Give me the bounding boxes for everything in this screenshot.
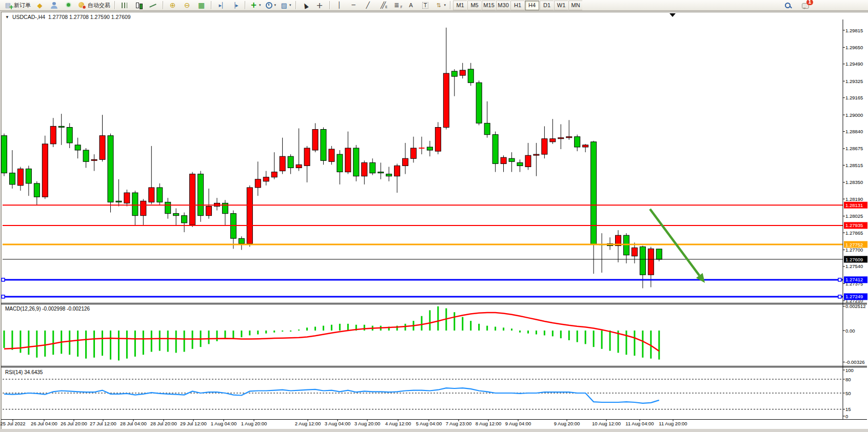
svg-text:1.29650: 1.29650 (845, 45, 863, 50)
svg-text:1.29490: 1.29490 (845, 61, 863, 67)
svg-text:1.27865: 1.27865 (845, 230, 863, 236)
svg-text:2 Aug 12:00: 2 Aug 12:00 (295, 421, 321, 426)
svg-text:1.29815: 1.29815 (845, 28, 863, 33)
svg-text:0.00: 0.00 (845, 328, 855, 334)
svg-text:11 Aug 20:00: 11 Aug 20:00 (659, 421, 687, 426)
price-label-1.27752: 1.27752 (844, 241, 867, 248)
svg-text:1.28131: 1.28131 (845, 202, 863, 208)
svg-text:4 Aug 12:00: 4 Aug 12:00 (385, 421, 411, 426)
chart-canvas[interactable]: 1.298151.296501.294901.293251.291651.290… (0, 0, 868, 432)
svg-text:RSI(14) 34.6435: RSI(14) 34.6435 (5, 369, 43, 375)
price-label-1.28131: 1.28131 (844, 202, 867, 209)
svg-text:MACD(12,26,9) -0.002998 -0.002: MACD(12,26,9) -0.002998 -0.002126 (5, 306, 90, 312)
svg-text:1.29165: 1.29165 (845, 95, 863, 100)
svg-text:1.27609: 1.27609 (845, 257, 863, 262)
svg-text:1.28840: 1.28840 (845, 129, 863, 134)
svg-text:1 Aug 20:00: 1 Aug 20:00 (241, 421, 267, 426)
svg-text:26 Jul 04:00: 26 Jul 04:00 (31, 421, 57, 426)
svg-text:1.27935: 1.27935 (845, 222, 863, 228)
svg-text:1.28515: 1.28515 (845, 162, 863, 168)
svg-text:0: 0 (845, 414, 848, 419)
symbol-period-label: USDCAD-,H4 (12, 14, 45, 20)
chart-frame (1, 19, 867, 420)
svg-text:3 Aug 20:00: 3 Aug 20:00 (354, 421, 381, 426)
svg-text:0.002512: 0.002512 (845, 303, 866, 309)
svg-text:1 Aug 04:00: 1 Aug 04:00 (211, 421, 237, 426)
hline-object-1.27249[interactable] (2, 295, 843, 298)
svg-text:1.27540: 1.27540 (845, 263, 863, 269)
svg-text:28 Jul 04:00: 28 Jul 04:00 (120, 421, 147, 426)
svg-text:9 Aug 04:00: 9 Aug 04:00 (505, 421, 531, 426)
svg-text:1.28675: 1.28675 (845, 146, 863, 151)
arrow-object[interactable] (650, 209, 705, 283)
hline-object-1.27412[interactable] (2, 278, 843, 281)
svg-text:9 Aug 20:00: 9 Aug 20:00 (554, 421, 580, 426)
svg-text:15: 15 (845, 406, 851, 412)
svg-text:11 Aug 04:00: 11 Aug 04:00 (625, 421, 654, 426)
svg-text:100: 100 (845, 367, 854, 373)
svg-text:8 Aug 12:00: 8 Aug 12:00 (476, 421, 502, 426)
price-label-1.27609: 1.27609 (844, 256, 867, 263)
svg-text:27 Jul 12:00: 27 Jul 12:00 (90, 421, 116, 426)
svg-text:28 Jul 20:00: 28 Jul 20:00 (150, 421, 177, 426)
svg-text:25 Jul 2022: 25 Jul 2022 (0, 421, 25, 426)
svg-text:1.28190: 1.28190 (845, 196, 863, 202)
svg-text:-0.00326: -0.00326 (845, 359, 865, 365)
time-axis[interactable]: 25 Jul 202226 Jul 04:0026 Jul 20:0027 Ju… (0, 419, 687, 426)
svg-text:5 Aug 04:00: 5 Aug 04:00 (416, 421, 442, 426)
svg-text:1.27249: 1.27249 (845, 294, 863, 299)
svg-text:1.29325: 1.29325 (845, 78, 863, 84)
svg-text:1.28025: 1.28025 (845, 213, 863, 219)
svg-text:29 Jul 12:00: 29 Jul 12:00 (180, 421, 207, 426)
svg-text:1.27752: 1.27752 (845, 242, 863, 248)
svg-text:80: 80 (845, 377, 851, 382)
scroll-marker-icon[interactable] (669, 13, 676, 17)
mt4-application: 新订单自动交易▾▾▾▾M1M5M15M30H1H4D1W1MN1 ▼ USDCA… (0, 0, 868, 432)
price-label-1.27935: 1.27935 (844, 222, 867, 229)
svg-text:1.27700: 1.27700 (845, 247, 863, 253)
price-label-1.27249: 1.27249 (844, 293, 867, 300)
rsi-pane: 1008050150RSI(14) 34.6435 (3, 367, 854, 419)
svg-text:1.29000: 1.29000 (845, 112, 863, 118)
candles-layer (2, 28, 662, 289)
price-label-1.27412: 1.27412 (844, 276, 867, 283)
svg-text:1.28350: 1.28350 (845, 179, 863, 185)
svg-text:7 Aug 23:00: 7 Aug 23:00 (446, 421, 472, 426)
macd-pane: 0.0025120.00-0.00326MACD(12,26,9) -0.002… (4, 303, 866, 365)
chart-title-bar: ▼ USDCAD-,H4 1.27708 1.27708 1.27590 1.2… (5, 14, 131, 20)
svg-text:26 Jul 20:00: 26 Jul 20:00 (61, 421, 87, 426)
svg-text:1.27412: 1.27412 (845, 277, 863, 282)
ohlc-values: 1.27708 1.27708 1.27590 1.27609 (48, 14, 131, 20)
chart-menu-icon[interactable]: ▼ (5, 15, 9, 19)
svg-text:10 Aug 12:00: 10 Aug 12:00 (592, 421, 621, 426)
svg-text:50: 50 (845, 390, 851, 396)
svg-text:3 Aug 04:00: 3 Aug 04:00 (325, 421, 351, 426)
